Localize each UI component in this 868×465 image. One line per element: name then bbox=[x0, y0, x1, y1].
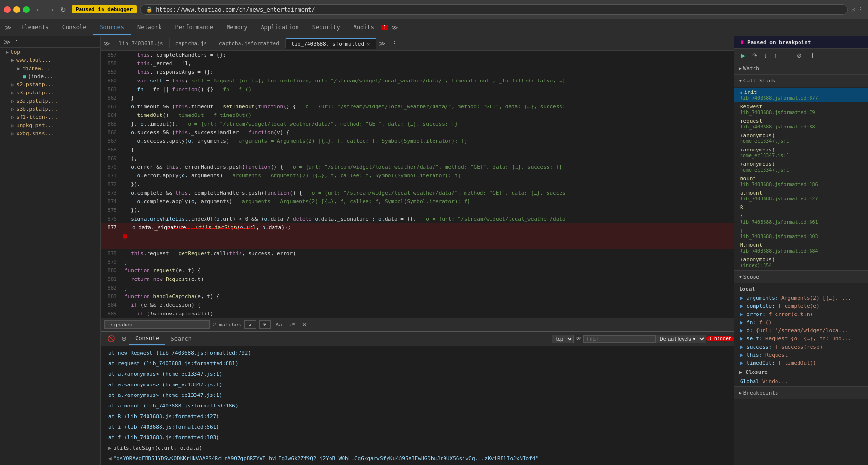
console-link[interactable]: home_ec13347.js:1 bbox=[165, 392, 219, 398]
eye-icon[interactable]: 👁 bbox=[574, 336, 583, 342]
tree-item-s3a[interactable]: ▷ s3a.pstatp... bbox=[0, 97, 100, 105]
console-link[interactable]: lib_7403688.js:formatted:186 bbox=[146, 403, 235, 409]
tab-sources[interactable]: Sources bbox=[93, 21, 131, 35]
stack-item-anon4[interactable]: (anonymous) (index):354 bbox=[734, 255, 868, 269]
reload-button[interactable]: ↻ bbox=[58, 5, 68, 14]
scope-arguments[interactable]: ▶ arguments: Arguments(2) [{…}, ... bbox=[734, 294, 868, 302]
step-over-button[interactable]: ↷ bbox=[750, 51, 760, 60]
console-link[interactable]: lib_7403688.js:formatted:792 bbox=[159, 350, 248, 356]
scope-complete[interactable]: ▶ complete: f complete(e) bbox=[734, 302, 868, 310]
tab-console-bottom[interactable]: Console bbox=[129, 333, 165, 345]
deactivate-button[interactable]: ⊘ bbox=[794, 51, 804, 60]
tab-left-overflow[interactable]: ≫ bbox=[101, 39, 113, 48]
tree-item-ch[interactable]: ▶ ch/new... bbox=[0, 64, 100, 72]
code-scroll[interactable]: 857 this._completeHandlers = {}; 858 thi… bbox=[101, 51, 734, 318]
maximize-button[interactable] bbox=[23, 6, 30, 13]
stack-item-anon2[interactable]: (anonymous) home_ec13347.js:1 bbox=[734, 145, 868, 160]
scope-header[interactable]: ▼ Scope bbox=[734, 271, 868, 283]
console-link[interactable]: lib_7403688.js:formatted:303 bbox=[127, 434, 216, 441]
scope-self[interactable]: ▶ self: Request {o: {…}, fn: und... bbox=[734, 335, 868, 343]
console-link[interactable]: home_ec13347.js:1 bbox=[165, 382, 219, 388]
tab-audits[interactable]: Audits bbox=[347, 21, 381, 35]
stack-item-reqwest[interactable]: Reqwest lib_7403688.jsformatted:79 bbox=[734, 102, 868, 116]
file-tab-lib[interactable]: lib_7403688.js bbox=[113, 38, 170, 48]
tab-performance[interactable]: Performance bbox=[169, 21, 220, 35]
forward-button[interactable]: → bbox=[46, 5, 57, 14]
watch-section: ▶ Watch bbox=[734, 62, 868, 75]
stack-item-init[interactable]: ●init lib_7403688.jsformatted:877 bbox=[734, 88, 868, 102]
breakpoints-header[interactable]: ▶ Breakpoints bbox=[734, 387, 868, 399]
step-into-button[interactable]: ↓ bbox=[762, 51, 770, 60]
pause-exception-button[interactable]: ⏸ bbox=[806, 51, 817, 60]
call-stack-header[interactable]: ▼ Call Stack bbox=[734, 75, 868, 87]
console-link[interactable]: lib_7403688.js:formatted:427 bbox=[127, 413, 216, 419]
search-input[interactable] bbox=[104, 320, 210, 329]
tab-search-bottom[interactable]: Search bbox=[165, 334, 197, 344]
tree-item-s3[interactable]: ▷ s3.pstatp... bbox=[0, 89, 100, 97]
search-close-button[interactable]: ✕ bbox=[300, 321, 309, 328]
tree-expand-btn[interactable]: ≫ bbox=[4, 38, 11, 46]
stack-item-mmount[interactable]: M.mount lib_7403688.jsformatted:684 bbox=[734, 241, 868, 255]
scope-this[interactable]: ▶ this: Request bbox=[734, 351, 868, 359]
log-level-selector[interactable]: Default levels ▾ bbox=[655, 335, 706, 343]
tree-item-index[interactable]: ■ (inde... bbox=[0, 72, 100, 81]
tab-overflow-left[interactable]: ≫ bbox=[2, 23, 14, 32]
stack-item-f[interactable]: f lib_7403688.jsformatted:303 bbox=[734, 226, 868, 241]
console-link[interactable]: lib_7403688.js:formatted:661 bbox=[127, 424, 216, 430]
tab-console[interactable]: Console bbox=[56, 21, 93, 35]
code-line-877[interactable]: 877 o.data._signature = utils.tacSign(o.… bbox=[101, 223, 734, 249]
tab-memory[interactable]: Memory bbox=[220, 21, 254, 35]
tab-overflow-right[interactable]: ≫ bbox=[388, 23, 401, 32]
scope-success[interactable]: ▶ success: f success(resp) bbox=[734, 343, 868, 351]
tree-item-www[interactable]: ▶ www.tout... bbox=[0, 56, 100, 64]
stack-item-amount[interactable]: a.mount lib_7403688.jsformatted:427 bbox=[734, 188, 868, 203]
watch-header[interactable]: ▶ Watch bbox=[734, 62, 868, 74]
console-link[interactable]: lib_7403688.js:formatted:881 bbox=[146, 360, 235, 367]
scope-timedout[interactable]: ▶ timedOut: f timedOut() bbox=[734, 359, 868, 367]
tree-item-top[interactable]: ▶ top bbox=[0, 48, 100, 56]
tree-item-xxbg[interactable]: ▷ xxbg.snss... bbox=[0, 129, 100, 138]
tab-security[interactable]: Security bbox=[306, 21, 347, 35]
stack-item-R[interactable]: R bbox=[734, 203, 868, 212]
stack-item-anon1[interactable]: (anonymous) home_ec13347.js:1 bbox=[734, 131, 868, 145]
stack-item-anon3[interactable]: (anonymous) home_ec13347.js:1 bbox=[734, 160, 868, 174]
scope-error[interactable]: ▶ error: f error(e,t,n) bbox=[734, 310, 868, 318]
search-next-button[interactable]: ▼ bbox=[259, 320, 271, 329]
tree-options-icon[interactable]: ⋮ bbox=[14, 39, 19, 46]
tree-item-s2[interactable]: ▷ s2.pstatp... bbox=[0, 81, 100, 89]
line-content: o.complete && this._completeHandlers.pus… bbox=[121, 189, 734, 198]
tab-close-icon[interactable]: ✕ bbox=[367, 41, 370, 46]
tree-item-s3b[interactable]: ▷ s3b.pstatp... bbox=[0, 105, 100, 113]
stack-item-mount[interactable]: mount lib_7403688.jsformatted:186 bbox=[734, 174, 868, 188]
tab-more-icon[interactable]: ⋮ bbox=[388, 39, 400, 48]
console-filter-input[interactable] bbox=[583, 335, 655, 343]
tree-label: s3b.pstatp... bbox=[16, 106, 57, 112]
back-button[interactable]: ← bbox=[34, 5, 44, 14]
resume-button[interactable]: ▶ bbox=[738, 51, 748, 60]
file-tab-captcha-formatted[interactable]: captcha.jsformatted bbox=[213, 38, 286, 48]
tab-application[interactable]: Application bbox=[254, 21, 305, 35]
minimize-button[interactable] bbox=[13, 6, 20, 13]
console-link[interactable]: home_ec13347.js:1 bbox=[165, 371, 219, 377]
tab-right-overflow[interactable]: ≫ bbox=[376, 39, 388, 48]
menu-icon[interactable]: ⋮ bbox=[857, 6, 864, 13]
file-tab-captcha[interactable]: captcha.js bbox=[170, 38, 213, 48]
line-number: 878 bbox=[101, 249, 121, 258]
search-prev-button[interactable]: ▲ bbox=[244, 320, 256, 329]
scope-fn[interactable]: ▶ fn: f () bbox=[734, 318, 868, 326]
tab-network[interactable]: Network bbox=[131, 21, 169, 35]
context-selector[interactable]: top bbox=[552, 335, 574, 343]
file-tab-lib-formatted[interactable]: lib_7403688.jsformatted ✕ bbox=[286, 38, 376, 49]
close-button[interactable] bbox=[4, 6, 11, 13]
stack-item-request[interactable]: request lib_7403688.jsformatted:88 bbox=[734, 116, 868, 131]
scope-o[interactable]: ▶ o: {url: "/stream/widget/loca... bbox=[734, 326, 868, 335]
stack-item-i[interactable]: i lib_7403688.jsformatted:661 bbox=[734, 212, 868, 226]
address-bar[interactable]: 🔒 https://www.toutiao.com/ch/news_entert… bbox=[140, 4, 847, 15]
console-clear-btn[interactable]: 🚫 bbox=[104, 334, 118, 343]
console-top-btn[interactable]: ⊕ bbox=[118, 334, 129, 343]
step-button[interactable]: → bbox=[781, 51, 792, 60]
tab-elements[interactable]: Elements bbox=[14, 21, 56, 35]
tree-item-sf1[interactable]: ▷ sf1-ttcdn-... bbox=[0, 113, 100, 121]
tree-item-unpkg[interactable]: ▷ unpkg.pst... bbox=[0, 121, 100, 129]
step-out-button[interactable]: ↑ bbox=[772, 51, 780, 60]
